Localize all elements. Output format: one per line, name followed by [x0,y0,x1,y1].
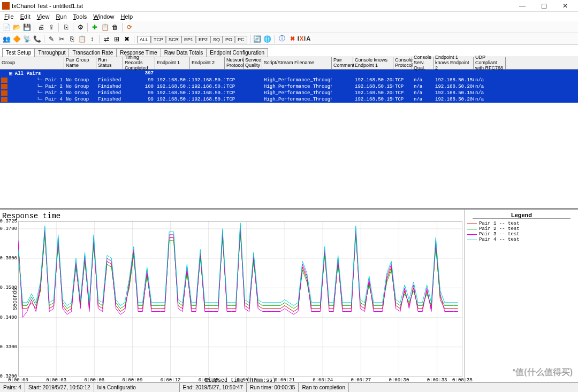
tab-endpoint-configuration[interactable]: Endpoint Configuration [206,48,268,57]
chart-plot: Seconds 0.32000.33000.34000.35000.36000.… [18,221,462,376]
col-header[interactable]: Network Protocol [225,57,244,69]
menubar: FileEditViewRunToolsWindowHelp [0,12,578,21]
table-row[interactable]: └─ Pair 4No GroupFinished99192.168.50.15… [0,96,578,103]
chart-ylabel: Seconds [12,288,18,310]
toolbar-2: 👥 🔶 📡 📞 ✎ ✂ ⎘ 📋 ↕ ⇄ ⊞ ✖ ALLTCPSCREP1EP2S… [0,33,578,45]
delete-icon[interactable]: ✖ [123,35,131,43]
replicate-icon[interactable]: ⊞ [112,35,121,43]
app-icon [2,2,10,10]
status-pairs: Pairs: 4 [0,383,25,392]
minimize-button[interactable]: — [512,1,533,11]
col-header[interactable]: Endpoint 2 [190,57,225,69]
clear-icon[interactable]: 🗑 [111,23,119,32]
status-end: End: 2019/5/27, 10:50:47 [180,383,247,392]
copy2-icon[interactable]: ⎘ [67,35,76,43]
col-header[interactable]: Service Quality [244,57,262,69]
col-header[interactable]: UDP Compliant with RFC768 [474,57,506,69]
filter-ep1[interactable]: EP1 [181,36,196,43]
ixia-logo: ✖ IXIA [290,35,311,42]
status-start: Start: 2019/5/27, 10:50:12 [25,383,94,392]
options-icon[interactable]: ⚙ [76,23,85,32]
swap-icon[interactable]: ⇄ [102,35,111,43]
legend-item: Pair 1 -- test [467,221,576,226]
y-tick: 0.3500 [0,285,17,290]
tab-raw-data-totals[interactable]: Raw Data Totals [161,48,207,57]
legend-item: Pair 4 -- test [467,237,576,242]
y-tick: 0.3600 [0,256,17,261]
menu-edit[interactable]: Edit [17,13,34,20]
tab-test-setup[interactable]: Test Setup [2,48,35,57]
status-result: Ran to completion [299,383,349,392]
col-header[interactable]: Console Serv. Qual. [412,57,434,69]
menu-file[interactable]: File [1,13,17,20]
col-header[interactable]: Console knows Endpoint 1 [353,57,393,69]
tab-throughput[interactable]: Throughput [34,48,69,57]
legend-panel: Legend Pair 1 -- testPair 2 -- testPair … [465,210,578,392]
run-icon[interactable]: ⟳ [125,23,134,32]
open-icon[interactable]: 📂 [12,23,21,32]
hw-pair-icon[interactable]: 🔶 [12,35,21,43]
table-row[interactable]: └─ Pair 2No GroupFinished100192.168.50.1… [0,83,578,90]
chart-title: Response time [2,212,462,220]
voip-icon[interactable]: 📞 [33,35,41,43]
status-bar: Pairs: 4 Start: 2019/5/27, 10:50:12 Ixia… [0,382,578,392]
col-header[interactable]: Script/Stream Filename [262,57,332,69]
window-title: IxChariot Test - untitled1.tst [12,3,83,9]
maximize-button[interactable]: ▢ [533,1,554,11]
table-row[interactable]: └─ Pair 1No GroupFinished99192.168.50.20… [0,77,578,83]
col-header[interactable]: Pair Comment [332,57,353,69]
grid-header: GroupPair Group NameRun StatusTiming Rec… [0,57,578,70]
pair-icon[interactable]: 👥 [2,35,11,43]
menu-run[interactable]: Run [52,13,70,20]
y-tick: 0.3700 [0,226,17,232]
y-tick: 0.3725 [0,219,17,224]
menu-tools[interactable]: Tools [70,13,90,20]
legend-title: Legend [473,212,571,219]
legend-item: Pair 3 -- test [467,232,576,237]
menu-help[interactable]: Help [117,13,136,20]
filter-all[interactable]: ALL [137,36,151,43]
mcast-icon[interactable]: 📡 [22,35,31,43]
filter-ep2[interactable]: EP2 [196,36,210,43]
col-header[interactable]: Pair Group Name [64,57,96,69]
print-icon[interactable]: 🖨 [37,23,45,32]
chart-panel: Response time Seconds 0.32000.33000.3400… [0,210,465,392]
tab-transaction-rate[interactable]: Transaction Rate [69,48,117,57]
grid-body[interactable]: ▣ All Pairs397└─ Pair 1No GroupFinished9… [0,70,578,209]
status-config: Ixia Configuratio [94,383,180,392]
col-header[interactable]: Group [0,57,64,69]
menu-view[interactable]: View [34,13,53,20]
ipv4-icon[interactable]: 🌐 [263,35,272,43]
y-tick: 0.3400 [0,315,17,320]
legend-item: Pair 2 -- test [467,226,576,232]
close-button[interactable]: ✕ [554,1,576,11]
cut-icon[interactable]: ✂ [57,35,66,43]
paste-icon[interactable]: 📋 [78,35,86,43]
titlebar: IxChariot Test - untitled1.tst — ▢ ✕ [0,0,578,12]
edit-pair-icon[interactable]: ✎ [47,35,56,43]
copy-icon[interactable]: ⎘ [62,23,70,32]
filter-pc[interactable]: PC [235,36,247,43]
col-header[interactable]: Run Status [96,57,123,69]
col-header[interactable]: Endpoint 1 knows Endpoint 2 [434,57,474,69]
col-header[interactable]: Endpoint 1 [155,57,190,69]
report-icon[interactable]: 📋 [101,23,109,32]
filter-sq[interactable]: SQ [210,36,223,43]
menu-window[interactable]: Window [90,13,117,20]
new-icon[interactable]: 📄 [2,23,11,32]
filter-po[interactable]: PO [223,36,235,43]
col-header[interactable]: Timing Records Completed [123,57,155,69]
poll-icon[interactable]: 🔄 [253,35,262,43]
reorder-icon[interactable]: ↕ [88,35,96,43]
add-icon[interactable]: ✚ [90,23,99,32]
col-header[interactable]: Console Protocol [393,57,412,69]
table-row[interactable]: └─ Pair 3No GroupFinished99192.168.50.20… [0,90,578,96]
info-icon[interactable]: ⓘ [278,35,286,43]
filter-scr[interactable]: SCR [166,36,181,43]
save-icon[interactable]: 💾 [22,23,31,32]
y-tick: 0.3300 [0,344,17,350]
toolbar-1: 📄 📂 💾 🖨 ⇪ ⎘ ⚙ ✚ 📋 🗑 ⟳ [0,21,578,33]
export-icon[interactable]: ⇪ [47,23,56,32]
status-runtime: Run time: 00:00:35 [247,383,299,392]
filter-tcp[interactable]: TCP [151,36,166,43]
